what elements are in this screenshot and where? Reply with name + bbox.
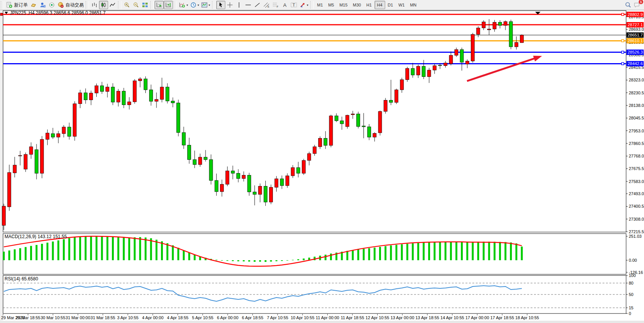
candle-body (62, 127, 65, 134)
toolbar-gripper[interactable] (150, 1, 154, 9)
candle-body (357, 114, 360, 126)
candle-body (308, 154, 311, 161)
macd-bar (456, 242, 457, 260)
text-a-icon: A (282, 2, 287, 8)
toolbar-gripper[interactable] (1, 1, 4, 9)
text-label-tool-button[interactable]: T (289, 1, 298, 9)
macd-bar (286, 260, 288, 261)
chart-canvas[interactable]: 28785.528693.028600.528508.028415.528323… (0, 10, 644, 323)
profile-icon (40, 2, 46, 8)
toolbar-gripper[interactable] (310, 1, 314, 9)
macd-bar (384, 246, 386, 260)
svg-text:F: F (277, 5, 278, 8)
candle-body (498, 22, 502, 25)
tab-timeframe-h1[interactable]: H1 (363, 1, 374, 9)
toolbar-gripper[interactable] (174, 1, 177, 9)
candle-body (57, 134, 60, 137)
crosshair-tool-button[interactable] (225, 1, 234, 9)
tab-timeframe-h4[interactable]: H4 (375, 1, 385, 9)
fibonacci-icon: F (273, 2, 279, 8)
macd-bar (472, 242, 474, 260)
candle-body (237, 173, 240, 179)
gold-symbol-button[interactable] (29, 1, 38, 9)
zoom-out-button[interactable] (131, 1, 140, 9)
line-handle[interactable] (622, 13, 624, 16)
line-handle[interactable] (622, 40, 624, 42)
candle-body (247, 175, 251, 192)
vertical-line-tool-button[interactable] (234, 1, 244, 9)
new-order-button[interactable]: 新订单 (5, 1, 29, 9)
time-axis[interactable]: 29 Mar 202329 Mar 18:5530 Mar 10:5531 Ma… (1, 314, 539, 320)
trendline-tool-button[interactable] (253, 1, 262, 9)
rsi-label: RSI(14) 65.6580 (5, 276, 38, 282)
candle-body (18, 156, 22, 156)
macd-bar (183, 250, 185, 260)
rsi-axis[interactable]: 1008050150 (626, 273, 636, 316)
arrows-tool-button[interactable]: ▾ (298, 1, 309, 9)
tab-timeframe-d1[interactable]: D1 (385, 1, 396, 9)
horizontal-line-tool-button[interactable] (244, 1, 253, 9)
periods-button[interactable]: ▾ (189, 1, 200, 9)
macd-bar (134, 237, 135, 260)
auto-scroll-button[interactable] (155, 1, 164, 9)
tab-timeframe-m15[interactable]: M15 (337, 1, 350, 9)
tab-timeframe-mn[interactable]: MN (407, 1, 419, 9)
fibonacci-tool-button[interactable]: F (271, 1, 280, 9)
macd-bar (79, 237, 81, 260)
channel-tool-button[interactable]: E (262, 1, 271, 9)
toolbar-gripper[interactable] (86, 1, 89, 9)
tab-timeframe-w1[interactable]: W1 (396, 1, 408, 9)
macd-bar (188, 253, 190, 260)
zoom-in-button[interactable] (122, 1, 131, 9)
macd-axis[interactable]: 251.030.00-126.16 (626, 234, 643, 275)
tab-timeframe-m1[interactable]: M1 (314, 1, 325, 9)
autotrading-button[interactable]: 自动交易 (56, 1, 85, 9)
candle-body (416, 66, 420, 75)
candlestick-chart-button[interactable] (99, 1, 108, 9)
candle-body (438, 65, 442, 65)
templates-button[interactable]: ▾ (200, 1, 211, 9)
macd-bar (156, 240, 158, 260)
time-tick-label: 30 Mar 10:55 (41, 315, 65, 320)
trendline-icon (254, 2, 260, 8)
chart-shift-button[interactable] (164, 1, 173, 9)
candle-body (258, 186, 262, 194)
candle-body (296, 167, 300, 173)
macd-bar (281, 260, 283, 261)
candle-body (8, 172, 11, 207)
candle-body (24, 154, 27, 169)
signals-button[interactable] (47, 1, 56, 9)
depth-of-market-button[interactable] (38, 1, 47, 9)
macd-bar (357, 249, 359, 260)
main-price-panel[interactable] (3, 11, 626, 232)
line-chart-button[interactable] (108, 1, 117, 9)
tab-timeframe-m30[interactable]: M30 (350, 1, 363, 9)
bar-chart-button[interactable] (90, 1, 99, 9)
text-tool-button[interactable]: A (280, 1, 289, 9)
line-chart-icon (110, 2, 116, 8)
toolbar-gripper[interactable] (118, 1, 121, 9)
indicators-button[interactable]: ▾ (178, 1, 189, 9)
window-bottom-edge (0, 321, 644, 323)
macd-bar (477, 242, 479, 260)
line-handle[interactable] (622, 62, 624, 65)
macd-bar (226, 260, 228, 261)
macd-bar (488, 242, 490, 260)
search-button[interactable] (623, 1, 633, 9)
tab-timeframe-m5[interactable]: M5 (325, 1, 336, 9)
candle-body (395, 90, 398, 102)
candle-body (116, 91, 120, 102)
candle-body (422, 66, 426, 76)
line-handle[interactable] (622, 51, 624, 53)
candle-body (264, 186, 267, 202)
notifications-button[interactable]: 1 (633, 1, 642, 9)
price-tick-label: 27860.5 (629, 141, 644, 146)
cursor-tool-button[interactable] (216, 1, 225, 9)
macd-bar (253, 260, 255, 262)
tile-windows-button[interactable] (140, 1, 150, 9)
price-axis[interactable]: 28785.528693.028600.528508.028415.528323… (626, 14, 644, 234)
macd-bar (303, 258, 304, 260)
macd-bar (401, 244, 403, 260)
toolbar-gripper[interactable] (212, 1, 215, 9)
line-handle[interactable] (0, 13, 3, 16)
